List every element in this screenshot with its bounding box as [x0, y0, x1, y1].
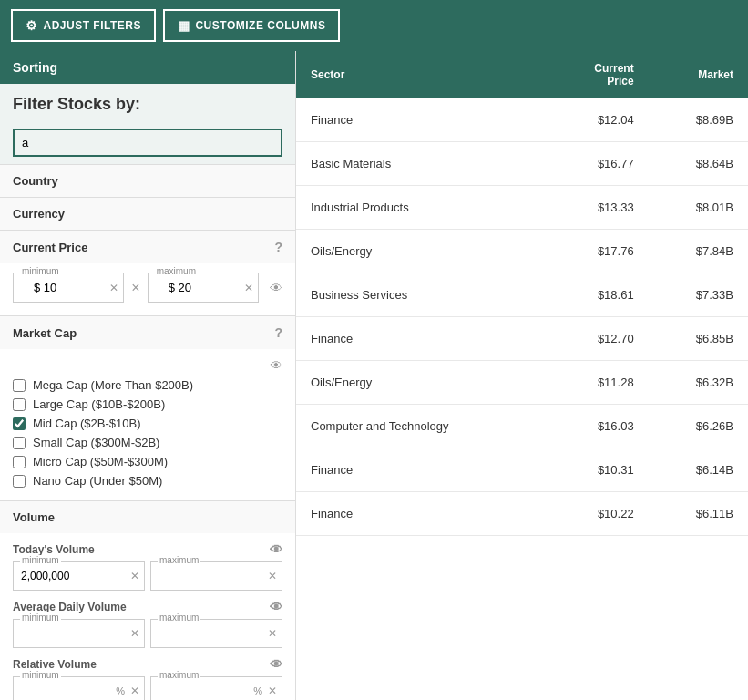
- todays-volume-min-clear[interactable]: ✕: [130, 570, 139, 582]
- search-input-wrapper: [0, 121, 295, 164]
- sector-cell: Basic Materials: [296, 142, 546, 186]
- sector-header: Sector: [296, 51, 546, 98]
- market-cap-cell: $6.26B: [649, 405, 748, 448]
- table-body: Finance $12.04 $8.69B Basic Materials $1…: [296, 98, 748, 536]
- table-row: Oils/Energy $11.28 $6.32B: [296, 361, 748, 405]
- small-cap-checkbox[interactable]: [13, 437, 26, 449]
- country-header[interactable]: Country: [0, 165, 295, 197]
- toolbar: ⚙ ADJUST FILTERS ▦ CUSTOMIZE COLUMNS: [0, 0, 748, 51]
- market-cap-cell: $8.69B: [649, 98, 748, 142]
- market-cap-cell: $7.84B: [649, 230, 748, 273]
- current-price-cell: $12.04: [546, 98, 649, 142]
- micro-cap-checkbox[interactable]: [13, 456, 26, 468]
- todays-volume-min-input[interactable]: [13, 561, 145, 591]
- sector-cell: Industrial Products: [296, 186, 546, 230]
- avg-daily-volume-eye-icon[interactable]: 👁: [270, 600, 282, 614]
- sector-cell: Oils/Energy: [296, 361, 546, 405]
- relative-volume-eye-icon[interactable]: 👁: [270, 657, 282, 672]
- table-row: Business Services $18.61 $7.33B: [296, 273, 748, 317]
- todays-volume-eye-icon[interactable]: 👁: [270, 542, 282, 557]
- market-cap-eye-icon[interactable]: 👁: [270, 358, 282, 373]
- mid-cap-checkbox[interactable]: [13, 417, 26, 430]
- current-price-cell: $12.70: [546, 317, 649, 361]
- price-max-clear[interactable]: ✕: [244, 282, 253, 294]
- relative-volume-min-clear[interactable]: ✕: [130, 685, 139, 697]
- current-price-cell: $16.77: [546, 142, 649, 186]
- current-price-info-icon: ?: [274, 240, 282, 254]
- sector-cell: Finance: [296, 317, 546, 361]
- relative-volume-min-unit: %: [116, 685, 125, 696]
- sector-cell: Oils/Energy: [296, 230, 546, 273]
- avg-daily-volume-min-clear[interactable]: ✕: [130, 627, 139, 640]
- price-inputs: minimum ✕ × maximum ✕ 👁: [13, 273, 282, 303]
- currency-header[interactable]: Currency: [0, 198, 295, 230]
- sidebar-header: Sorting: [0, 51, 295, 84]
- sector-cell: Finance: [296, 492, 546, 536]
- current-price-cell: $17.76: [546, 230, 649, 273]
- avg-daily-volume-group: Average Daily Volume 👁 minimum ✕ maximum: [13, 600, 282, 648]
- market-cap-large[interactable]: Large Cap ($10B-$200B): [13, 397, 282, 411]
- sector-cell: Computer and Technology: [296, 405, 546, 448]
- todays-volume-label: Today's Volume: [13, 543, 95, 556]
- relative-volume-label: Relative Volume: [13, 658, 97, 671]
- large-cap-checkbox[interactable]: [13, 398, 26, 411]
- avg-daily-volume-max-clear[interactable]: ✕: [268, 627, 277, 640]
- current-price-cell: $10.31: [546, 448, 649, 492]
- relative-volume-group: Relative Volume 👁 minimum % ✕ maximum: [13, 657, 282, 700]
- current-price-label: Current Price: [13, 241, 87, 254]
- price-eye-icon[interactable]: 👁: [270, 281, 282, 295]
- current-price-body: minimum ✕ × maximum ✕ 👁: [0, 263, 295, 315]
- market-cap-cell: $7.33B: [649, 273, 748, 317]
- market-cap-cell: $8.64B: [649, 142, 748, 186]
- currency-label: Currency: [13, 207, 65, 221]
- sector-cell: Business Services: [296, 273, 546, 317]
- todays-volume-inputs: minimum ✕ maximum ✕: [13, 561, 282, 591]
- table-row: Finance $12.70 $6.85B: [296, 317, 748, 361]
- table-row: Finance $12.04 $8.69B: [296, 98, 748, 142]
- current-price-header[interactable]: Current Price ?: [0, 231, 295, 263]
- relative-volume-max-clear[interactable]: ✕: [268, 685, 277, 697]
- relative-volume-max-wrapper: maximum % ✕: [150, 676, 282, 700]
- market-cap-small[interactable]: Small Cap ($300M-$2B): [13, 436, 282, 449]
- price-max-input[interactable]: [148, 273, 259, 303]
- table-row: Industrial Products $13.33 $8.01B: [296, 186, 748, 230]
- table-row: Computer and Technology $16.03 $6.26B: [296, 405, 748, 448]
- filter-title: Filter Stocks by:: [0, 84, 295, 121]
- todays-volume-max-clear[interactable]: ✕: [268, 570, 277, 582]
- relative-volume-max-unit: %: [253, 685, 262, 696]
- relative-volume-max-label: maximum: [158, 670, 200, 680]
- market-cap-cell: $6.85B: [649, 317, 748, 361]
- filter-section-country: Country: [0, 164, 295, 197]
- nano-cap-checkbox[interactable]: [13, 475, 26, 488]
- table-header-row: Sector CurrentPrice Market: [296, 51, 748, 98]
- price-min-input[interactable]: [13, 273, 124, 303]
- market-cap-cell: $6.14B: [649, 448, 748, 492]
- volume-header[interactable]: Volume: [0, 501, 295, 533]
- customize-columns-button[interactable]: ▦ CUSTOMIZE COLUMNS: [163, 9, 340, 42]
- sidebar: Sorting Filter Stocks by: CLOSE Country …: [0, 51, 296, 700]
- market-cap-mega[interactable]: Mega Cap (More Than $200B): [13, 378, 282, 392]
- price-separator: ×: [131, 280, 139, 296]
- customize-columns-icon: ▦: [178, 18, 190, 33]
- sector-cell: Finance: [296, 98, 546, 142]
- market-cap-micro[interactable]: Micro Cap ($50M-$300M): [13, 455, 282, 468]
- todays-volume-max-input[interactable]: [150, 561, 282, 591]
- avg-daily-volume-max-wrapper: maximum ✕: [150, 619, 282, 648]
- market-cap-nano[interactable]: Nano Cap (Under $50M): [13, 474, 282, 488]
- adjust-filters-icon: ⚙: [26, 18, 38, 33]
- todays-volume-max-wrapper: maximum ✕: [150, 561, 282, 591]
- todays-volume-max-label: maximum: [158, 555, 200, 565]
- main-layout: Sorting Filter Stocks by: CLOSE Country …: [0, 51, 748, 700]
- current-price-cell: $13.33: [546, 186, 649, 230]
- price-min-clear[interactable]: ✕: [109, 282, 118, 294]
- avg-daily-volume-max-input[interactable]: [150, 619, 282, 648]
- adjust-filters-button[interactable]: ⚙ ADJUST FILTERS: [11, 9, 156, 42]
- avg-daily-volume-min-wrapper: minimum ✕: [13, 619, 145, 648]
- table-row: Finance $10.31 $6.14B: [296, 448, 748, 492]
- search-input[interactable]: [13, 129, 282, 157]
- volume-label: Volume: [13, 510, 55, 524]
- market-cap-mid[interactable]: Mid Cap ($2B-$10B): [13, 417, 282, 430]
- mega-cap-checkbox[interactable]: [13, 379, 26, 392]
- avg-daily-volume-min-input[interactable]: [13, 619, 145, 648]
- market-cap-header[interactable]: Market Cap ?: [0, 316, 295, 349]
